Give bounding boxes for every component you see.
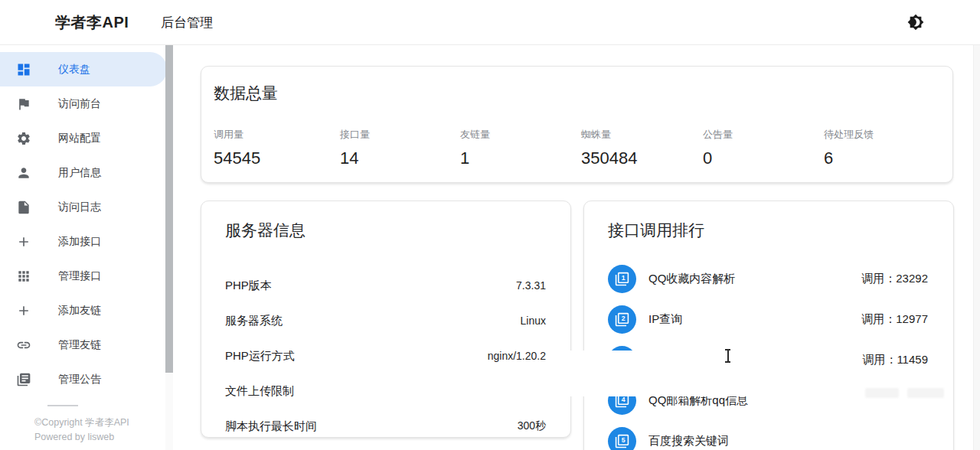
svg-text:1: 1: [622, 274, 626, 282]
server-row-php-sapi: PHP运行方式 nginx/1.20.2: [225, 338, 546, 373]
sidebar-scrollbar-track[interactable]: [165, 45, 173, 450]
stat-call-count: 调用量 54545: [214, 128, 340, 168]
server-info-card: 服务器信息 PHP版本 7.3.31 服务器系统 Linux PHP运行方式 n…: [201, 201, 571, 438]
app-title: 学者李API: [55, 12, 129, 33]
sidebar-footer: ©Copyright 学者李API Powered by lisweb: [0, 405, 165, 445]
sidebar-item-label: 添加友链: [58, 304, 101, 318]
text-cursor-ibeam: [724, 349, 731, 363]
sidebar: 仪表盘 访问前台 网站配置 用户信息 访问日志: [0, 45, 175, 450]
sidebar-item-label: 管理公告: [58, 373, 101, 386]
ghost-text-smudge: [865, 388, 899, 398]
pages-icon: [15, 370, 33, 389]
sidebar-item-label: 添加接口: [58, 235, 101, 249]
svg-text:4: 4: [622, 396, 626, 403]
stats-row: 调用量 54545 接口量 14 友链量 1 蜘蛛量 350484 公告量 0 …: [214, 128, 940, 168]
filter-1-icon: 1: [608, 265, 636, 293]
stat-announcement-count: 公告量 0: [703, 128, 824, 168]
stat-pending-feedback: 待处理反馈 6: [824, 128, 940, 168]
sidebar-item-label: 网站配置: [58, 132, 101, 145]
link-icon: [15, 336, 33, 354]
server-row-php-version: PHP版本 7.3.31: [225, 268, 546, 303]
sidebar-item-dashboard[interactable]: 仪表盘: [0, 52, 167, 86]
page-scrollbar-track[interactable]: [973, 45, 980, 450]
theme-toggle-button[interactable]: [900, 7, 931, 38]
stats-card: 数据总量 调用量 54545 接口量 14 友链量 1 蜘蛛量 350484 公…: [201, 66, 953, 183]
stats-card-title: 数据总量: [214, 83, 940, 104]
top-app-bar: 学者李API 后台管理: [0, 0, 980, 45]
gear-icon: [15, 129, 33, 148]
sidebar-item-manage-friendlink[interactable]: 管理友链: [0, 328, 167, 362]
sidebar-item-site-config[interactable]: 网站配置: [0, 121, 167, 155]
plus-icon: [15, 302, 33, 320]
flag-icon: [15, 95, 33, 113]
server-row-upload-limit: 文件上传限制: [225, 373, 546, 409]
filter-2-icon: 2: [608, 305, 636, 334]
copyright-text: ©Copyright 学者李API: [34, 416, 165, 430]
sidebar-item-label: 仪表盘: [58, 63, 90, 77]
dashboard-icon: [15, 60, 33, 79]
sidebar-item-user-info[interactable]: 用户信息: [0, 155, 167, 190]
ghost-text-smudge: [907, 388, 944, 398]
brightness-icon: [907, 14, 924, 31]
stat-spider-count: 蜘蛛量 350484: [581, 128, 703, 168]
stat-friendlink-count: 友链量 1: [460, 128, 581, 168]
apps-grid-icon: [15, 267, 33, 285]
server-card-title: 服务器信息: [225, 220, 546, 241]
rank-card-title: 接口调用排行: [608, 220, 928, 241]
sidebar-item-manage-api[interactable]: 管理接口: [0, 259, 167, 293]
sidebar-item-label: 管理接口: [58, 269, 101, 283]
server-row-os: 服务器系统 Linux: [225, 303, 546, 338]
plus-icon: [15, 233, 33, 251]
white-overlay-box: [557, 351, 844, 396]
sidebar-item-access-log[interactable]: 访问日志: [0, 190, 167, 224]
hamburger-menu-icon[interactable]: [6, 7, 37, 38]
svg-text:2: 2: [622, 315, 626, 322]
sidebar-item-manage-announcement[interactable]: 管理公告: [0, 362, 167, 396]
sidebar-item-add-api[interactable]: 添加接口: [0, 224, 167, 259]
sidebar-item-label: 访问前台: [58, 97, 101, 111]
sidebar-item-label: 用户信息: [58, 166, 101, 180]
sidebar-item-label: 访问日志: [58, 201, 101, 214]
powered-by-text: Powered by lisweb: [34, 430, 165, 445]
footer-divider: [47, 405, 78, 406]
server-row-max-exec-time: 脚本执行最长时间 300秒: [225, 409, 546, 444]
file-icon: [15, 198, 33, 217]
person-icon: [15, 164, 33, 182]
filter-5-icon: 5: [608, 427, 636, 450]
svg-text:5: 5: [622, 436, 626, 444]
rank-row-2: 2 IP查询 调用：12977: [608, 299, 928, 340]
sidebar-item-label: 管理友链: [58, 338, 101, 352]
sidebar-scrollbar-thumb[interactable]: [165, 45, 173, 373]
page-title: 后台管理: [161, 14, 213, 31]
sidebar-item-visit-frontend[interactable]: 访问前台: [0, 86, 167, 121]
kebab-menu-button[interactable]: [942, 7, 972, 38]
stat-api-count: 接口量 14: [340, 128, 460, 168]
sidebar-item-add-friendlink[interactable]: 添加友链: [0, 293, 167, 328]
rank-row-1: 1 QQ收藏内容解析 调用：23292: [608, 259, 928, 299]
